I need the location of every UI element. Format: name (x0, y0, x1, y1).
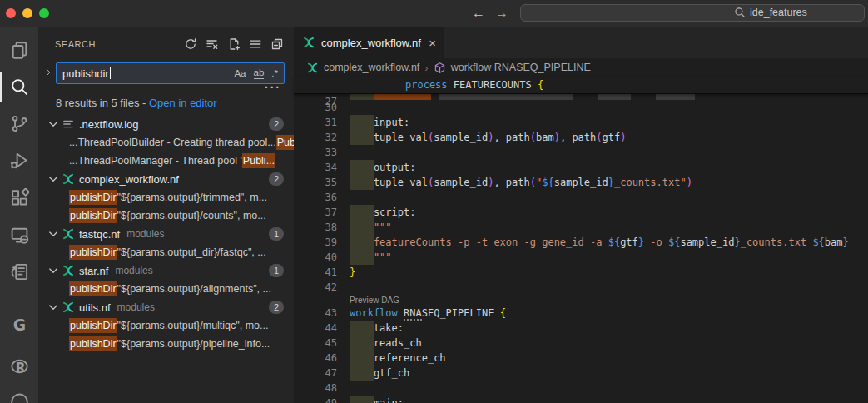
match-highlight: publishDir (69, 245, 117, 260)
regex-toggle[interactable]: .* (271, 68, 278, 78)
code-line: 34 output: (294, 160, 868, 175)
search-input-value: publishdir (62, 67, 109, 80)
file-result-row[interactable]: fastqc.nfmodules1 (38, 225, 294, 243)
gitlens-icon[interactable]: G (0, 306, 38, 343)
nav-back-button[interactable]: ← (469, 3, 488, 23)
tab-close-icon[interactable]: × (429, 37, 436, 49)
line-number: 33 (294, 145, 337, 160)
open-in-editor-link[interactable]: Open in editor (149, 97, 217, 109)
match-case-toggle[interactable]: Aa (234, 68, 246, 78)
nextflow-icon (62, 227, 75, 241)
match-count-badge: 1 (269, 264, 284, 277)
collapse-all-icon[interactable] (269, 36, 285, 52)
indent-guide (350, 190, 350, 205)
code-line: 40 """ (294, 250, 868, 265)
clipped-fragment (439, 94, 573, 100)
explorer-icon[interactable] (0, 32, 38, 68)
remote-explorer-icon[interactable] (0, 216, 38, 253)
breadcrumb-file[interactable]: complex_workflow.nf (324, 62, 419, 73)
breadcrumb-symbol[interactable]: workflow RNASEQ_PIPELINE (451, 62, 591, 73)
extensions-icon[interactable] (0, 179, 38, 216)
line-number: 48 (294, 381, 337, 396)
match-row[interactable]: publishDir "${params.output}/counts", mo… (38, 206, 294, 225)
nextflow-icon (62, 172, 75, 186)
clear-search-results-icon[interactable] (204, 36, 221, 52)
nextflow-icon (62, 301, 75, 314)
match-highlight: publishDir (69, 281, 117, 296)
window-minimize-button[interactable] (22, 8, 32, 18)
file-result-row[interactable]: star.nfmodules1 (38, 261, 294, 280)
match-row[interactable]: ...ThreadPoolBuilder - Creating thread p… (38, 133, 294, 152)
code-line: 45 reads_ch (294, 336, 868, 351)
match-row[interactable]: publishDir "${params.output}/multiqc", m… (38, 316, 294, 335)
window-close-button[interactable] (6, 8, 16, 18)
search-icon[interactable] (0, 68, 38, 105)
refresh-icon[interactable] (182, 36, 199, 52)
run-debug-icon[interactable] (0, 142, 38, 178)
toggle-replace-icon[interactable] (43, 67, 53, 80)
indent-guide (350, 381, 350, 396)
file-result-row[interactable]: .nextflow.log2 (38, 115, 294, 133)
match-row[interactable]: ...ThreadPoolManager - Thread pool 'Publ… (38, 152, 294, 170)
command-center[interactable]: ide_features (520, 4, 865, 22)
open-new-search-editor-icon[interactable] (226, 36, 242, 52)
chevron-down-icon[interactable] (47, 227, 60, 241)
nav-forward-button[interactable]: → (493, 3, 511, 23)
whole-word-toggle[interactable]: ab (254, 67, 265, 79)
match-text: "${params.output}/counts", mo... (117, 210, 266, 221)
symbol-namespace-icon (434, 62, 446, 74)
more-actions-button[interactable]: ··· (265, 83, 281, 92)
search-input[interactable]: publishdir Aa ab .* (56, 62, 285, 84)
match-text: "${params.output}/pipeline_info... (117, 338, 270, 350)
match-row[interactable]: publishDir "${params.output}/trimmed", m… (38, 188, 294, 206)
code-line: 41} (294, 265, 868, 280)
chevron-down-icon[interactable] (47, 264, 60, 277)
code-line: 44 take: (294, 321, 868, 336)
match-highlight: Publi... (242, 153, 275, 168)
notebook-report-icon[interactable] (0, 253, 38, 290)
file-result-row[interactable]: complex_workflow.nf2 (38, 170, 294, 188)
match-count-badge: 2 (269, 172, 284, 186)
vscode-window: ← → ide_features GR SEARCH publishdir Aa… (0, 0, 868, 403)
file-folder-description: modules (126, 228, 164, 240)
code-area[interactable]: 3031 input:32 tuple val(sample_id), path… (294, 100, 868, 403)
chevron-down-icon[interactable] (47, 301, 60, 314)
match-row[interactable]: publishDir "${params.output_dir}/fastqc"… (38, 243, 294, 261)
partial-extension-icon[interactable] (0, 380, 38, 403)
text-caret (110, 67, 111, 79)
command-center-text: ide_features (750, 7, 807, 18)
match-highlight: Publ (276, 135, 294, 150)
search-panel: SEARCH publishdir Aa ab .* ··· 8 results… (38, 27, 294, 403)
line-number: 43 (294, 306, 337, 321)
search-results-summary: 8 results in 5 files - Open in editor (56, 97, 217, 109)
codelens-preview-dag[interactable]: Preview DAG (294, 295, 868, 306)
match-text: ...ThreadPoolManager - Thread pool ' (69, 155, 242, 167)
file-result-row[interactable]: utils.nfmodules2 (38, 298, 294, 316)
nextflow-icon (302, 36, 315, 49)
sticky-scroll-line[interactable]: 27 process FEATURECOUNTS { (294, 77, 868, 94)
chevron-down-icon[interactable] (47, 172, 60, 186)
search-icon (734, 7, 746, 18)
search-panel-title: SEARCH (55, 39, 96, 49)
clipped-code-row (294, 94, 868, 100)
line-number: 45 (294, 336, 337, 351)
match-highlight: publishDir (69, 318, 117, 333)
line-number: 44 (294, 321, 337, 336)
line-number: 42 (294, 280, 337, 295)
indent-guide (350, 100, 350, 115)
code-line: 35 tuple val(sample_id), path("${sample_… (294, 175, 868, 190)
source-control-icon[interactable] (0, 105, 38, 142)
view-as-list-icon[interactable] (247, 36, 264, 52)
tab-complex-workflow[interactable]: complex_workflow.nf × (294, 27, 444, 58)
titlebar: ← → ide_features (0, 0, 868, 27)
match-text: "${params.output}/alignments", ... (117, 283, 271, 295)
match-row[interactable]: publishDir "${params.output}/alignments"… (38, 280, 294, 298)
line-number: 47 (294, 366, 337, 381)
match-row[interactable]: publishDir "${params.output}/pipeline_in… (38, 335, 294, 353)
line-number: 27 (294, 93, 337, 110)
window-zoom-button[interactable] (39, 8, 49, 18)
chevron-down-icon[interactable] (47, 117, 60, 131)
line-number: 38 (294, 220, 337, 235)
line-number: 35 (294, 175, 337, 190)
code-line: 30 (294, 100, 868, 115)
